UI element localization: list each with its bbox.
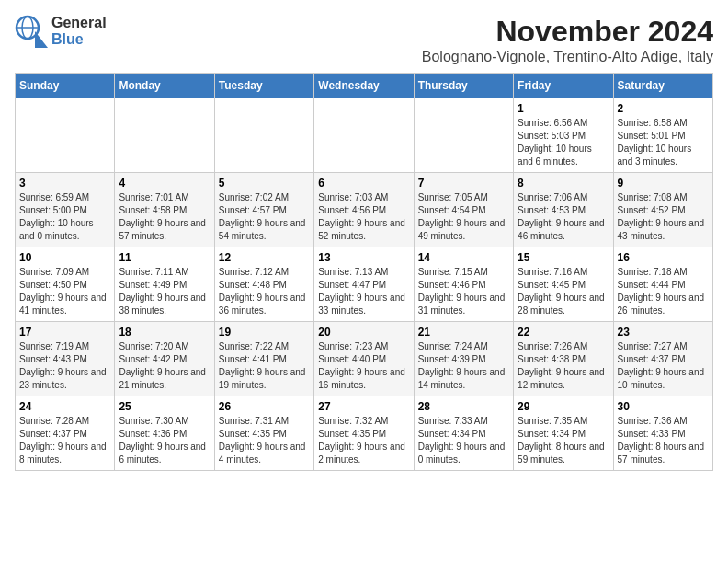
day-number: 17 [19, 326, 110, 339]
day-number: 14 [418, 251, 509, 264]
calendar-cell: 23Sunrise: 7:27 AM Sunset: 4:37 PM Dayli… [613, 322, 712, 396]
day-info: Sunrise: 7:20 AM Sunset: 4:42 PM Dayligh… [119, 340, 210, 392]
col-monday: Monday [115, 74, 214, 98]
calendar-cell: 25Sunrise: 7:30 AM Sunset: 4:36 PM Dayli… [115, 396, 214, 471]
svg-marker-3 [35, 31, 48, 48]
day-number: 15 [518, 251, 609, 264]
calendar-cell: 11Sunrise: 7:11 AM Sunset: 4:49 PM Dayli… [115, 247, 214, 322]
day-info: Sunrise: 7:02 AM Sunset: 4:57 PM Dayligh… [219, 191, 310, 243]
calendar-cell: 8Sunrise: 7:06 AM Sunset: 4:53 PM Daylig… [514, 173, 613, 247]
logo-line1: General [51, 15, 107, 31]
day-info: Sunrise: 7:01 AM Sunset: 4:58 PM Dayligh… [119, 191, 210, 243]
day-info: Sunrise: 7:11 AM Sunset: 4:49 PM Dayligh… [119, 266, 210, 317]
calendar-cell: 24Sunrise: 7:28 AM Sunset: 4:37 PM Dayli… [16, 396, 115, 471]
day-info: Sunrise: 7:26 AM Sunset: 4:38 PM Dayligh… [518, 340, 609, 392]
calendar-cell: 27Sunrise: 7:32 AM Sunset: 4:35 PM Dayli… [314, 396, 414, 471]
calendar-cell [314, 98, 414, 173]
day-number: 13 [318, 251, 409, 264]
col-sunday: Sunday [16, 74, 115, 98]
day-info: Sunrise: 7:06 AM Sunset: 4:53 PM Dayligh… [518, 191, 609, 243]
calendar-week-row: 10Sunrise: 7:09 AM Sunset: 4:50 PM Dayli… [16, 247, 713, 322]
calendar-cell: 18Sunrise: 7:20 AM Sunset: 4:42 PM Dayli… [115, 322, 214, 396]
day-number: 5 [219, 177, 310, 190]
col-tuesday: Tuesday [214, 74, 313, 98]
calendar-cell: 14Sunrise: 7:15 AM Sunset: 4:46 PM Dayli… [414, 247, 513, 322]
day-number: 9 [618, 177, 709, 190]
day-info: Sunrise: 7:27 AM Sunset: 4:37 PM Dayligh… [618, 340, 709, 392]
calendar-cell [115, 98, 214, 173]
calendar-cell: 4Sunrise: 7:01 AM Sunset: 4:58 PM Daylig… [115, 173, 214, 247]
day-info: Sunrise: 7:03 AM Sunset: 4:56 PM Dayligh… [318, 191, 409, 243]
calendar-cell: 1Sunrise: 6:56 AM Sunset: 5:03 PM Daylig… [514, 98, 613, 173]
calendar-cell: 20Sunrise: 7:23 AM Sunset: 4:40 PM Dayli… [314, 322, 414, 396]
day-info: Sunrise: 7:22 AM Sunset: 4:41 PM Dayligh… [219, 340, 310, 392]
day-info: Sunrise: 7:24 AM Sunset: 4:39 PM Dayligh… [418, 340, 509, 392]
day-info: Sunrise: 7:31 AM Sunset: 4:35 PM Dayligh… [219, 415, 310, 466]
day-number: 23 [618, 326, 709, 339]
calendar-week-row: 1Sunrise: 6:56 AM Sunset: 5:03 PM Daylig… [16, 98, 713, 173]
day-number: 12 [219, 251, 310, 264]
calendar-cell: 17Sunrise: 7:19 AM Sunset: 4:43 PM Dayli… [16, 322, 115, 396]
day-number: 2 [618, 102, 709, 115]
day-number: 4 [119, 177, 210, 190]
day-info: Sunrise: 7:13 AM Sunset: 4:47 PM Dayligh… [318, 266, 409, 317]
logo-icon [15, 15, 48, 48]
day-number: 21 [418, 326, 509, 339]
day-number: 26 [219, 400, 310, 413]
calendar-cell [16, 98, 115, 173]
day-info: Sunrise: 7:12 AM Sunset: 4:48 PM Dayligh… [219, 266, 310, 317]
day-number: 16 [618, 251, 709, 264]
day-info: Sunrise: 7:33 AM Sunset: 4:34 PM Dayligh… [418, 415, 509, 466]
calendar-cell: 12Sunrise: 7:12 AM Sunset: 4:48 PM Dayli… [214, 247, 313, 322]
day-info: Sunrise: 7:09 AM Sunset: 4:50 PM Dayligh… [19, 266, 110, 317]
calendar-cell: 2Sunrise: 6:58 AM Sunset: 5:01 PM Daylig… [613, 98, 712, 173]
day-info: Sunrise: 7:28 AM Sunset: 4:37 PM Dayligh… [19, 415, 110, 466]
calendar-cell: 19Sunrise: 7:22 AM Sunset: 4:41 PM Dayli… [214, 322, 313, 396]
calendar-cell: 10Sunrise: 7:09 AM Sunset: 4:50 PM Dayli… [16, 247, 115, 322]
day-number: 11 [119, 251, 210, 264]
day-info: Sunrise: 7:08 AM Sunset: 4:52 PM Dayligh… [618, 191, 709, 243]
day-number: 29 [518, 400, 609, 413]
calendar-cell: 9Sunrise: 7:08 AM Sunset: 4:52 PM Daylig… [613, 173, 712, 247]
day-info: Sunrise: 7:35 AM Sunset: 4:34 PM Dayligh… [518, 415, 609, 466]
day-info: Sunrise: 7:15 AM Sunset: 4:46 PM Dayligh… [418, 266, 509, 317]
day-number: 27 [318, 400, 409, 413]
calendar-cell: 15Sunrise: 7:16 AM Sunset: 4:45 PM Dayli… [514, 247, 613, 322]
calendar-cell: 21Sunrise: 7:24 AM Sunset: 4:39 PM Dayli… [414, 322, 513, 396]
location-title: Bolognano-Vignole, Trentino-Alto Adige, … [422, 49, 713, 65]
calendar-cell: 28Sunrise: 7:33 AM Sunset: 4:34 PM Dayli… [414, 396, 513, 471]
day-number: 24 [19, 400, 110, 413]
day-number: 3 [19, 177, 110, 190]
day-number: 1 [518, 102, 609, 115]
day-number: 25 [119, 400, 210, 413]
calendar-cell: 5Sunrise: 7:02 AM Sunset: 4:57 PM Daylig… [214, 173, 313, 247]
day-number: 20 [318, 326, 409, 339]
day-number: 18 [119, 326, 210, 339]
day-info: Sunrise: 7:05 AM Sunset: 4:54 PM Dayligh… [418, 191, 509, 243]
day-number: 10 [19, 251, 110, 264]
calendar-header-row: Sunday Monday Tuesday Wednesday Thursday… [16, 74, 713, 98]
day-info: Sunrise: 6:59 AM Sunset: 5:00 PM Dayligh… [19, 191, 110, 243]
day-info: Sunrise: 7:16 AM Sunset: 4:45 PM Dayligh… [518, 266, 609, 317]
calendar-cell: 6Sunrise: 7:03 AM Sunset: 4:56 PM Daylig… [314, 173, 414, 247]
calendar-cell: 26Sunrise: 7:31 AM Sunset: 4:35 PM Dayli… [214, 396, 313, 471]
col-wednesday: Wednesday [314, 74, 414, 98]
calendar-cell: 13Sunrise: 7:13 AM Sunset: 4:47 PM Dayli… [314, 247, 414, 322]
calendar-week-row: 3Sunrise: 6:59 AM Sunset: 5:00 PM Daylig… [16, 173, 713, 247]
day-number: 8 [518, 177, 609, 190]
day-info: Sunrise: 7:36 AM Sunset: 4:33 PM Dayligh… [618, 415, 709, 466]
col-friday: Friday [514, 74, 613, 98]
calendar-week-row: 24Sunrise: 7:28 AM Sunset: 4:37 PM Dayli… [16, 396, 713, 471]
day-number: 6 [318, 177, 409, 190]
day-info: Sunrise: 7:30 AM Sunset: 4:36 PM Dayligh… [119, 415, 210, 466]
logo: General Blue [15, 15, 107, 48]
calendar-cell [214, 98, 313, 173]
calendar-cell: 22Sunrise: 7:26 AM Sunset: 4:38 PM Dayli… [514, 322, 613, 396]
calendar-cell: 7Sunrise: 7:05 AM Sunset: 4:54 PM Daylig… [414, 173, 513, 247]
calendar-cell: 29Sunrise: 7:35 AM Sunset: 4:34 PM Dayli… [514, 396, 613, 471]
calendar-table: Sunday Monday Tuesday Wednesday Thursday… [15, 73, 713, 471]
calendar-cell [414, 98, 513, 173]
logo-line2: Blue [51, 31, 107, 48]
calendar-cell: 16Sunrise: 7:18 AM Sunset: 4:44 PM Dayli… [613, 247, 712, 322]
day-number: 19 [219, 326, 310, 339]
